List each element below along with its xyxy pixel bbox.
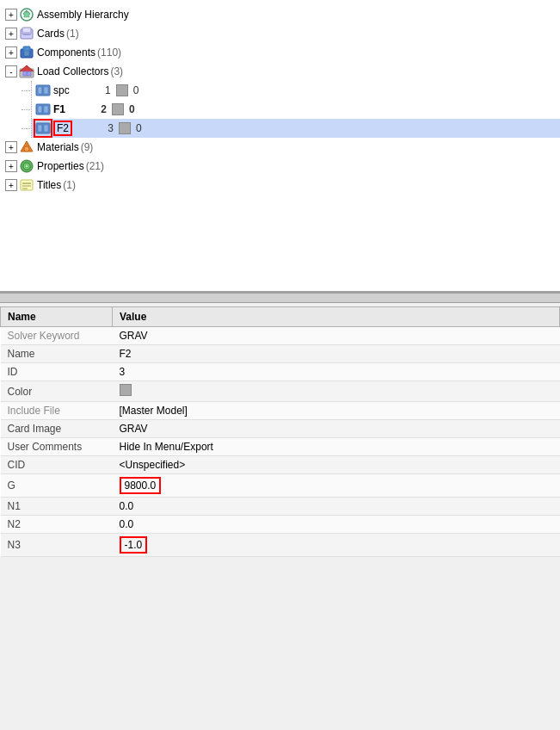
tree-item-load-collectors[interactable]: - Load Collectors (3) [2,62,560,81]
cards-count: (1) [66,28,79,40]
svg-rect-1 [24,12,29,17]
materials-count: (9) [81,141,94,153]
expander-components[interactable]: + [5,46,17,59]
f2-num: 3 [79,122,114,134]
prop-value-3 [113,381,560,402]
expander-assembly[interactable]: + [5,9,17,21]
prop-row-5: Card ImageGRAV [1,420,560,438]
svg-rect-14 [44,87,48,94]
prop-row-11: N3-1.0 [1,534,560,557]
svg-rect-17 [38,106,42,113]
prop-value-5: GRAV [113,420,560,438]
f1-label: F1 [53,103,65,115]
color-swatch-3[interactable] [120,384,132,396]
cards-icon [19,26,34,41]
f1-color-swatch [112,103,124,115]
spc-num: 1 [77,84,111,96]
components-icon [19,45,34,60]
tree-item-properties[interactable]: + Properties (21) [2,157,560,176]
tree-item-spc[interactable]: spc 1 0 [32,81,560,100]
prop-row-10: N20.0 [1,516,560,534]
prop-name-9: N1 [1,498,113,516]
tree-item-titles[interactable]: + Titles (1) [2,176,560,195]
load-collectors-icon [19,64,34,79]
prop-name-0: Solver Keyword [1,327,113,345]
prop-value-11[interactable]: -1.0 [113,534,560,557]
svg-point-25 [24,146,29,152]
prop-name-10: N2 [1,516,113,534]
prop-redbox-value-11[interactable]: -1.0 [120,536,148,554]
components-count: (110) [97,46,121,59]
svg-rect-10 [23,71,27,76]
load-collectors-label: Load Collectors [37,65,108,77]
tree-item-assembly-hierarchy[interactable]: + Assembly Hierarchy [2,5,560,24]
properties-panel: Name Value Solver KeywordGRAVNameF2ID3Co… [0,306,560,557]
svg-rect-18 [44,106,48,113]
prop-name-1: Name [1,345,113,363]
titles-icon [19,177,34,193]
prop-value-7: <Unspecified> [113,456,560,474]
components-label: Components [37,46,95,59]
prop-name-4: Include File [1,402,113,420]
spc-icon [35,83,51,98]
svg-rect-22 [44,125,48,132]
prop-row-2: ID3 [1,363,560,381]
f2-val: 0 [136,122,142,134]
prop-value-6: Hide In Menu/Export [113,438,560,456]
prop-value-4: [Master Model] [113,402,560,420]
tree-item-f2[interactable]: F2 3 0 [32,119,560,138]
titles-label: Titles [37,179,61,191]
prop-value-0: GRAV [113,327,560,345]
f2-label: F2 [53,121,72,136]
prop-name-3: Color [1,381,113,402]
prop-row-4: Include File[Master Model] [1,402,560,420]
prop-name-5: Card Image [1,420,113,438]
prop-row-7: CID<Unspecified> [1,456,560,474]
load-collectors-count: (3) [110,65,123,77]
f1-num: 2 [72,103,107,115]
expander-properties[interactable]: + [5,160,17,172]
expander-titles[interactable]: + [5,179,17,191]
prop-row-0: Solver KeywordGRAV [1,327,560,345]
prop-value-8[interactable]: 9800.0 [113,474,560,498]
tree-item-f1[interactable]: F1 2 0 [32,100,560,119]
expander-cards[interactable]: + [5,28,17,40]
expander-materials[interactable]: + [5,141,17,153]
assembly-hierarchy-label: Assembly Hierarchy [37,9,129,21]
panel-separator [0,293,560,303]
assembly-icon [19,7,34,22]
cards-label: Cards [37,28,65,40]
spc-val: 0 [133,84,139,96]
prop-row-3: Color [1,381,560,402]
tree-item-components[interactable]: + Components (110) [2,43,560,62]
prop-name-7: CID [1,456,113,474]
tree-item-materials[interactable]: + Materials (9) [2,138,560,157]
col-header-name: Name [1,307,113,327]
properties-count: (21) [86,160,104,172]
prop-name-8: G [1,474,113,498]
prop-value-10: 0.0 [113,516,560,534]
titles-count: (1) [63,179,76,191]
svg-point-28 [25,164,28,168]
prop-row-1: NameF2 [1,345,560,363]
prop-redbox-value-8[interactable]: 9800.0 [120,477,162,494]
f1-val: 0 [129,103,135,115]
properties-label: Properties [37,160,84,172]
properties-icon [19,158,34,174]
spc-color-swatch [116,84,128,96]
prop-value-1: F2 [113,345,560,363]
f1-icon [35,102,51,117]
prop-value-2: 3 [113,363,560,381]
prop-row-8: G9800.0 [1,474,560,498]
svg-rect-3 [22,28,31,34]
expander-load-collectors[interactable]: - [5,65,17,77]
f2-color-swatch [119,122,131,134]
materials-icon [19,139,34,155]
tree-item-cards[interactable]: + Cards (1) [2,24,560,43]
prop-value-9: 0.0 [113,498,560,516]
load-collectors-children: spc 1 0 F1 [31,81,560,138]
f2-icon [35,121,51,136]
materials-label: Materials [37,141,79,153]
properties-table: Name Value Solver KeywordGRAVNameF2ID3Co… [0,306,560,557]
prop-row-6: User CommentsHide In Menu/Export [1,438,560,456]
